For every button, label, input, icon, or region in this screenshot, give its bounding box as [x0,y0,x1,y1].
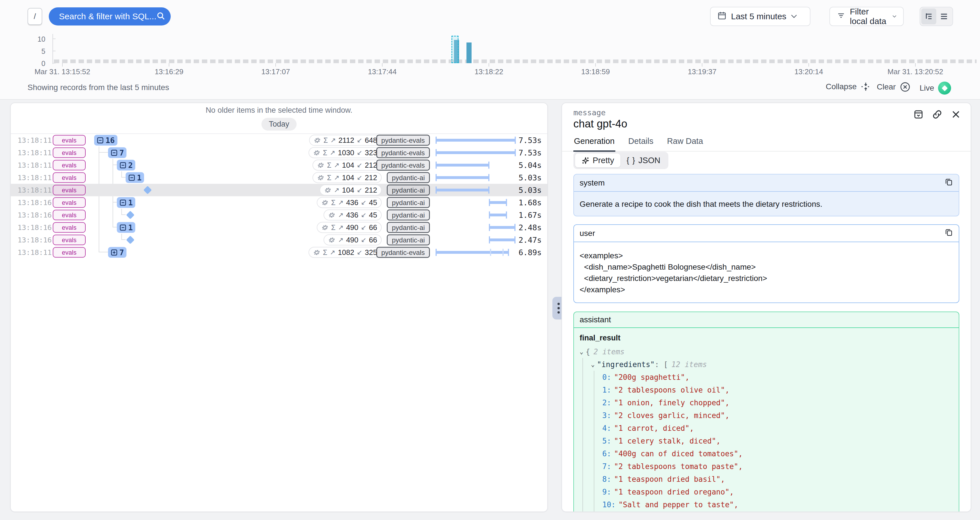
expand-collapse-chip[interactable]: 7 [108,247,126,258]
collapse-label: Collapse [826,82,857,91]
filter-lines-icon [837,11,845,22]
trace-row[interactable]: 13:18:16 evals ↗ 436 ↙ 45 pydantic-ai 1.… [11,209,547,221]
close-icon[interactable] [951,109,961,120]
showing-records-text: Showing records from the last 5 minutes [27,83,169,92]
trace-row[interactable]: 13:18:11 evals ↗ 104 ↙ 212 pydantic-ai 5… [11,184,547,196]
time-range-button[interactable]: Last 5 minutes [710,7,810,26]
input-tokens: 2112 [338,136,354,145]
expand-collapse-chip[interactable]: 7 [108,147,126,158]
token-usage-chip[interactable]: ↗ 104 ↙ 212 [320,185,382,196]
child-count: 1 [128,198,133,207]
chevron-down-icon[interactable]: ⌄ [591,361,595,368]
input-tokens: 436 [346,198,358,207]
trace-row[interactable]: 13:18:11 evals 16 Σ ↗ 2112 ↙ 648 pydanti… [11,134,547,146]
duration-bar[interactable] [489,238,515,241]
project-badge[interactable]: evals [53,235,86,245]
copy-link-icon[interactable] [932,109,942,120]
chart-selection-brush[interactable] [452,36,458,63]
expand-collapse-chip[interactable]: 16 [94,135,118,146]
instrumentation-tag: pydantic-ai [387,209,430,220]
search-placeholder: Search & filter with SQL... [59,12,156,21]
trace-row[interactable]: 13:18:11 evals 2 Σ ↗ 104 ↙ 212 pydantic-… [11,159,547,171]
output-tokens-arrow-icon: ↙ [361,199,366,206]
duration-bar[interactable] [489,214,507,216]
pin-panel-icon[interactable] [913,109,924,120]
expand-collapse-chip[interactable]: 1 [117,222,135,233]
row-timestamp: 13:18:11 [18,248,52,257]
output-tokens-arrow-icon: ↙ [357,186,362,194]
expand-collapse-chip[interactable]: 2 [117,160,135,171]
records-histogram: 10 5 0 Mar 31. 13:15:5213:16:2913:17:071… [0,32,980,77]
input-tokens-arrow-icon: ↗ [334,162,339,169]
project-badge[interactable]: evals [53,160,86,171]
token-usage-chip[interactable]: ↗ 436 ↙ 45 [323,209,382,220]
expand-collapse-chip[interactable]: 1 [126,172,144,183]
child-count: 16 [105,136,115,145]
project-badge[interactable]: evals [53,197,86,208]
trace-row[interactable]: 13:18:16 evals 1 Σ ↗ 436 ↙ 45 pydantic-a… [11,196,547,209]
tab-raw-data[interactable]: Raw Data [667,136,703,151]
sigma-sum-icon: Σ [331,224,336,231]
output-tokens: 45 [369,198,377,207]
collapse-button[interactable]: Collapse [826,82,871,92]
copy-icon[interactable] [945,178,953,188]
tab-generation[interactable]: Generation [573,136,615,152]
tree-view-button[interactable] [921,8,936,24]
json-toggle-button[interactable]: { } JSON [620,154,667,167]
search-icon[interactable] [156,11,165,22]
pretty-label: Pretty [593,156,614,165]
trace-row[interactable]: 13:18:11 evals 7 Σ ↗ 1082 ↙ 325 pydantic… [11,246,547,258]
clear-button[interactable]: Clear [877,82,910,92]
duration-bar[interactable] [436,251,509,254]
token-usage-chip[interactable]: Σ ↗ 1030 ↙ 323 [309,147,382,159]
no-older-items-notice: No older items in the selected time wind… [11,106,547,115]
chevron-down-icon [791,14,797,18]
trace-row[interactable]: 13:18:16 evals ↗ 490 ↙ 66 pydantic-ai 2.… [11,234,547,246]
token-usage-chip[interactable]: Σ ↗ 104 ↙ 212 [312,172,382,183]
chevron-down-icon[interactable]: ⌄ [580,348,583,355]
duration-bar[interactable] [436,139,515,142]
token-usage-chip[interactable]: Σ ↗ 1082 ↙ 325 [309,247,382,258]
token-usage-chip[interactable]: Σ ↗ 2112 ↙ 648 [309,135,382,146]
duration-bar[interactable] [436,164,489,166]
expand-collapse-chip[interactable]: 1 [117,197,135,208]
trace-row[interactable]: 13:18:16 evals 1 Σ ↗ 490 ↙ 66 pydantic-a… [11,221,547,234]
project-badge[interactable]: evals [53,147,86,158]
trace-row[interactable]: 13:18:11 evals 1 Σ ↗ 104 ↙ 212 pydantic-… [11,171,547,184]
duration-bar[interactable] [436,151,515,154]
ingredient-item: 1:"2 tablespoons olive oil", [602,384,953,396]
project-badge[interactable]: evals [53,185,86,195]
duration-bar[interactable] [436,189,489,192]
tab-details[interactable]: Details [628,136,654,151]
item-count: 2 items [593,347,625,356]
sigma-sum-icon: Σ [331,198,336,207]
ingredient-item: 10:"Salt and pepper to taste", [602,498,953,511]
tokens-coin-icon [317,174,325,181]
project-badge[interactable]: evals [53,210,86,220]
output-tokens-arrow-icon: ↙ [357,136,362,144]
pretty-toggle-button[interactable]: Pretty [575,154,620,167]
copy-icon[interactable] [945,228,953,238]
input-tokens: 436 [346,211,358,219]
token-usage-chip[interactable]: Σ ↗ 436 ↙ 45 [317,197,382,208]
output-tokens: 212 [365,173,377,182]
project-badge[interactable]: evals [53,173,86,183]
duration-bar[interactable] [489,226,515,229]
list-view-button[interactable] [936,8,951,24]
duration-bar[interactable] [436,176,489,179]
input-tokens-arrow-icon: ↗ [330,249,335,256]
ingredient-item: 6:"400g can of diced tomatoes", [602,447,953,460]
live-toggle[interactable]: Live [920,82,951,95]
project-badge[interactable]: evals [53,222,86,233]
filter-local-data-button[interactable]: Filter local data [829,7,904,26]
token-usage-chip[interactable]: Σ ↗ 490 ↙ 66 [317,222,382,233]
token-usage-chip[interactable]: Σ ↗ 104 ↙ 212 [312,160,382,171]
duration-bar[interactable] [489,201,507,204]
project-badge[interactable]: evals [53,135,86,146]
duration-text: 6.89s [519,248,542,257]
trace-row[interactable]: 13:18:11 evals 7 Σ ↗ 1030 ↙ 323 pydantic… [11,146,547,159]
search-input[interactable]: Search & filter with SQL... [49,7,171,25]
token-usage-chip[interactable]: ↗ 490 ↙ 66 [323,235,382,246]
input-tokens: 104 [342,186,354,195]
project-badge[interactable]: evals [53,247,86,258]
